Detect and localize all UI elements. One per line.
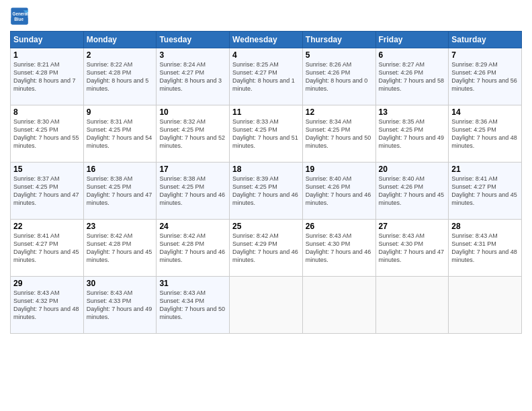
calendar-cell: 1Sunrise: 8:21 AMSunset: 4:28 PMDaylight… [11, 48, 84, 105]
calendar-cell: 14Sunrise: 8:36 AMSunset: 4:25 PMDayligh… [449, 105, 522, 163]
day-number: 16 [87, 165, 154, 174]
cell-info: Sunrise: 8:27 AMSunset: 4:26 PMDaylight:… [379, 60, 446, 93]
cell-info: Sunrise: 8:36 AMSunset: 4:25 PMDaylight:… [451, 118, 519, 150]
day-number: 30 [87, 279, 154, 288]
calendar-cell: 31Sunrise: 8:43 AMSunset: 4:34 PMDayligh… [157, 277, 230, 334]
calendar-cell: 4Sunrise: 8:25 AMSunset: 4:27 PMDaylight… [230, 48, 303, 105]
day-number: 22 [13, 222, 81, 231]
calendar-cell [375, 277, 449, 334]
day-number: 25 [232, 222, 300, 231]
day-header-thursday: Thursday [302, 32, 375, 48]
calendar-cell: 16Sunrise: 8:38 AMSunset: 4:25 PMDayligh… [83, 163, 157, 220]
cell-info: Sunrise: 8:38 AMSunset: 4:25 PMDaylight:… [159, 175, 226, 208]
calendar-table: SundayMondayTuesdayWednesdayThursdayFrid… [10, 31, 522, 334]
calendar-cell: 25Sunrise: 8:42 AMSunset: 4:29 PMDayligh… [230, 220, 303, 277]
cell-info: Sunrise: 8:40 AMSunset: 4:26 PMDaylight:… [379, 175, 446, 208]
calendar-cell: 20Sunrise: 8:40 AMSunset: 4:26 PMDayligh… [375, 163, 449, 220]
calendar-cell: 22Sunrise: 8:41 AMSunset: 4:27 PMDayligh… [11, 220, 84, 277]
calendar-cell: 10Sunrise: 8:32 AMSunset: 4:25 PMDayligh… [157, 105, 230, 163]
calendar-cell: 24Sunrise: 8:42 AMSunset: 4:28 PMDayligh… [157, 220, 230, 277]
calendar-cell: 29Sunrise: 8:43 AMSunset: 4:32 PMDayligh… [11, 277, 84, 334]
cell-info: Sunrise: 8:42 AMSunset: 4:29 PMDaylight:… [232, 232, 300, 265]
calendar-cell: 27Sunrise: 8:43 AMSunset: 4:30 PMDayligh… [375, 220, 449, 277]
calendar-week-row: 29Sunrise: 8:43 AMSunset: 4:32 PMDayligh… [11, 277, 522, 334]
calendar-cell: 11Sunrise: 8:33 AMSunset: 4:25 PMDayligh… [230, 105, 303, 163]
calendar-cell: 23Sunrise: 8:42 AMSunset: 4:28 PMDayligh… [83, 220, 157, 277]
day-number: 3 [159, 50, 226, 60]
page: General Blue SundayMondayTuesdayWednesda… [0, 0, 532, 411]
cell-info: Sunrise: 8:43 AMSunset: 4:34 PMDaylight:… [159, 289, 226, 322]
day-number: 15 [13, 165, 81, 174]
calendar-week-row: 22Sunrise: 8:41 AMSunset: 4:27 PMDayligh… [11, 220, 522, 277]
cell-info: Sunrise: 8:26 AMSunset: 4:26 PMDaylight:… [306, 60, 373, 93]
day-number: 18 [232, 165, 300, 174]
day-number: 31 [159, 279, 226, 288]
day-header-wednesday: Wednesday [230, 32, 303, 48]
calendar-cell: 15Sunrise: 8:37 AMSunset: 4:25 PMDayligh… [11, 163, 84, 220]
calendar-cell: 2Sunrise: 8:22 AMSunset: 4:28 PMDaylight… [83, 48, 157, 105]
cell-info: Sunrise: 8:37 AMSunset: 4:25 PMDaylight:… [13, 175, 81, 208]
day-number: 20 [379, 165, 446, 174]
cell-info: Sunrise: 8:38 AMSunset: 4:25 PMDaylight:… [87, 175, 154, 208]
calendar-cell: 19Sunrise: 8:40 AMSunset: 4:26 PMDayligh… [302, 163, 375, 220]
logo: General Blue [10, 7, 32, 26]
day-number: 17 [159, 165, 226, 174]
cell-info: Sunrise: 8:35 AMSunset: 4:25 PMDaylight:… [379, 118, 446, 150]
cell-info: Sunrise: 8:29 AMSunset: 4:26 PMDaylight:… [451, 60, 519, 93]
cell-info: Sunrise: 8:39 AMSunset: 4:25 PMDaylight:… [232, 175, 300, 208]
day-number: 21 [451, 165, 519, 174]
calendar-cell: 18Sunrise: 8:39 AMSunset: 4:25 PMDayligh… [230, 163, 303, 220]
calendar-cell [302, 277, 375, 334]
cell-info: Sunrise: 8:43 AMSunset: 4:33 PMDaylight:… [87, 289, 154, 322]
calendar-cell: 12Sunrise: 8:34 AMSunset: 4:25 PMDayligh… [302, 105, 375, 163]
svg-text:General: General [13, 11, 29, 16]
day-number: 6 [379, 50, 446, 60]
day-header-saturday: Saturday [449, 32, 522, 48]
day-header-friday: Friday [375, 32, 449, 48]
cell-info: Sunrise: 8:42 AMSunset: 4:28 PMDaylight:… [87, 232, 154, 265]
calendar-cell: 26Sunrise: 8:43 AMSunset: 4:30 PMDayligh… [302, 220, 375, 277]
day-number: 23 [87, 222, 154, 231]
cell-info: Sunrise: 8:43 AMSunset: 4:31 PMDaylight:… [451, 232, 519, 265]
calendar-week-row: 8Sunrise: 8:30 AMSunset: 4:25 PMDaylight… [11, 105, 522, 163]
calendar-cell: 21Sunrise: 8:41 AMSunset: 4:27 PMDayligh… [449, 163, 522, 220]
cell-info: Sunrise: 8:32 AMSunset: 4:25 PMDaylight:… [159, 118, 226, 150]
day-number: 1 [13, 50, 81, 60]
day-header-tuesday: Tuesday [157, 32, 230, 48]
day-header-sunday: Sunday [11, 32, 84, 48]
cell-info: Sunrise: 8:22 AMSunset: 4:28 PMDaylight:… [87, 60, 154, 93]
calendar-cell [449, 277, 522, 334]
day-number: 29 [13, 279, 81, 288]
cell-info: Sunrise: 8:21 AMSunset: 4:28 PMDaylight:… [13, 60, 81, 93]
calendar-cell: 13Sunrise: 8:35 AMSunset: 4:25 PMDayligh… [375, 105, 449, 163]
cell-info: Sunrise: 8:25 AMSunset: 4:27 PMDaylight:… [232, 60, 300, 93]
day-number: 27 [379, 222, 446, 231]
cell-info: Sunrise: 8:33 AMSunset: 4:25 PMDaylight:… [232, 118, 300, 150]
calendar-week-row: 15Sunrise: 8:37 AMSunset: 4:25 PMDayligh… [11, 163, 522, 220]
day-header-monday: Monday [83, 32, 157, 48]
calendar-header-row: SundayMondayTuesdayWednesdayThursdayFrid… [11, 32, 522, 48]
cell-info: Sunrise: 8:31 AMSunset: 4:25 PMDaylight:… [87, 118, 154, 150]
day-number: 4 [232, 50, 300, 60]
svg-text:Blue: Blue [14, 17, 24, 21]
day-number: 28 [451, 222, 519, 231]
calendar-cell: 30Sunrise: 8:43 AMSunset: 4:33 PMDayligh… [83, 277, 157, 334]
logo-icon: General Blue [10, 7, 29, 26]
calendar-cell: 28Sunrise: 8:43 AMSunset: 4:31 PMDayligh… [449, 220, 522, 277]
cell-info: Sunrise: 8:42 AMSunset: 4:28 PMDaylight:… [159, 232, 226, 265]
day-number: 10 [159, 107, 226, 117]
cell-info: Sunrise: 8:43 AMSunset: 4:30 PMDaylight:… [306, 232, 373, 265]
day-number: 2 [87, 50, 154, 60]
day-number: 9 [87, 107, 154, 117]
cell-info: Sunrise: 8:40 AMSunset: 4:26 PMDaylight:… [306, 175, 373, 208]
calendar-cell: 7Sunrise: 8:29 AMSunset: 4:26 PMDaylight… [449, 48, 522, 105]
calendar-week-row: 1Sunrise: 8:21 AMSunset: 4:28 PMDaylight… [11, 48, 522, 105]
day-number: 26 [306, 222, 373, 231]
calendar-cell: 6Sunrise: 8:27 AMSunset: 4:26 PMDaylight… [375, 48, 449, 105]
calendar-cell: 3Sunrise: 8:24 AMSunset: 4:27 PMDaylight… [157, 48, 230, 105]
calendar-cell: 5Sunrise: 8:26 AMSunset: 4:26 PMDaylight… [302, 48, 375, 105]
day-number: 7 [451, 50, 519, 60]
day-number: 5 [306, 50, 373, 60]
calendar-cell: 8Sunrise: 8:30 AMSunset: 4:25 PMDaylight… [11, 105, 84, 163]
day-number: 11 [232, 107, 300, 117]
